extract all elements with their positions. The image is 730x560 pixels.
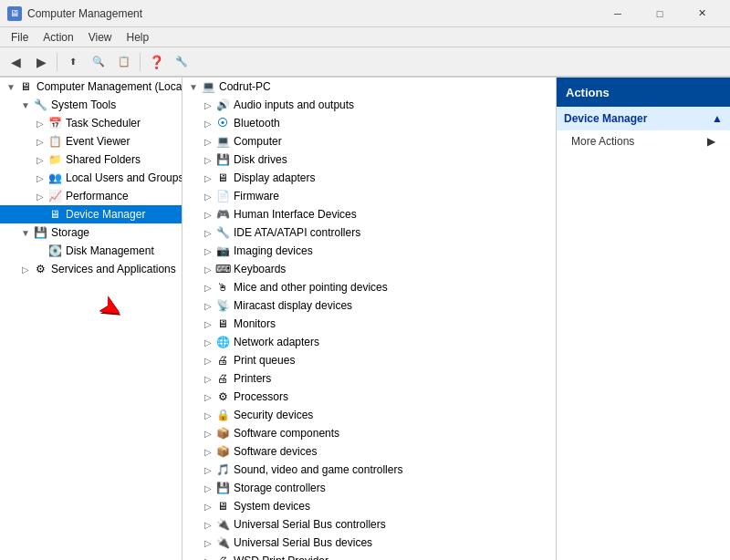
- toolbar-help[interactable]: ❓: [144, 51, 168, 73]
- menu-help[interactable]: Help: [120, 29, 157, 46]
- device-ide[interactable]: ▷ 🔧 IDE ATA/ATAPI controllers: [182, 223, 556, 242]
- toolbar-settings[interactable]: 🔧: [170, 51, 193, 73]
- left-shared-folders[interactable]: ▷ 📁 Shared Folders: [0, 150, 182, 169]
- device-usb-devices[interactable]: ▷ 🔌 Universal Serial Bus devices: [182, 534, 556, 552]
- miracast-expand: ▷: [201, 298, 215, 313]
- device-firmware[interactable]: ▷ 📄 Firmware: [182, 187, 556, 205]
- device-audio[interactable]: ▷ 🔊 Audio inputs and outputs: [182, 96, 556, 114]
- firmware-icon: 📄: [215, 189, 230, 203]
- sw-devices-expand: ▷: [201, 444, 215, 459]
- processors-expand: ▷: [201, 389, 215, 404]
- middle-root[interactable]: ▼ 💻 Codrut-PC: [182, 78, 556, 96]
- toolbar-forward[interactable]: ▶: [29, 51, 53, 73]
- device-print-queues[interactable]: ▷ 🖨 Print queues: [182, 351, 556, 369]
- close-button[interactable]: ✕: [681, 0, 723, 27]
- left-local-users[interactable]: ▷ 👥 Local Users and Groups: [0, 169, 182, 187]
- sound-video-expand: ▷: [201, 462, 215, 477]
- left-device-manager[interactable]: ▷ 🖥 Device Manager: [0, 205, 182, 223]
- device-monitors[interactable]: ▷ 🖥 Monitors: [182, 315, 556, 333]
- more-actions-link[interactable]: More Actions ▶: [557, 130, 730, 152]
- printers-expand: ▷: [201, 371, 215, 386]
- minimize-button[interactable]: ─: [597, 0, 639, 27]
- left-root[interactable]: ▼ 🖥 Computer Management (Local: [0, 78, 182, 96]
- device-security[interactable]: ▷ 🔒 Security devices: [182, 406, 556, 424]
- miracast-icon: 📡: [215, 298, 230, 313]
- firmware-expand: ▷: [201, 189, 215, 203]
- actions-header: Actions: [557, 78, 730, 107]
- left-disk-management[interactable]: ▷ 💽 Disk Management: [0, 242, 182, 260]
- local-users-expand: ▷: [33, 171, 47, 185]
- usb-ctrl-icon: 🔌: [215, 517, 230, 532]
- security-icon: 🔒: [215, 408, 230, 422]
- middle-root-expand: ▼: [186, 79, 201, 94]
- system-tools-icon: 🔧: [33, 98, 47, 112]
- storage-expand: ▼: [18, 225, 33, 240]
- device-system[interactable]: ▷ 🖥 System devices: [182, 497, 556, 515]
- toolbar-back[interactable]: ◀: [4, 51, 27, 73]
- ide-label: IDE ATA/ATAPI controllers: [234, 226, 360, 239]
- device-miracast[interactable]: ▷ 📡 Miracast display devices: [182, 296, 556, 315]
- device-manager-section-header[interactable]: Device Manager ▲: [557, 107, 730, 130]
- maximize-button[interactable]: □: [639, 0, 681, 27]
- left-performance[interactable]: ▷ 📈 Performance: [0, 187, 182, 205]
- left-event-viewer[interactable]: ▷ 📋 Event Viewer: [0, 132, 182, 150]
- device-sound-video[interactable]: ▷ 🎵 Sound, video and game controllers: [182, 461, 556, 479]
- event-viewer-icon: 📋: [47, 134, 62, 149]
- device-disk-drives[interactable]: ▷ 💾 Disk drives: [182, 150, 556, 169]
- sw-components-icon: 📦: [215, 426, 230, 441]
- device-usb-controllers[interactable]: ▷ 🔌 Universal Serial Bus controllers: [182, 515, 556, 534]
- mice-icon: 🖱: [215, 280, 230, 295]
- menu-action[interactable]: Action: [36, 29, 80, 46]
- storage-ctrl-icon: 💾: [215, 481, 230, 495]
- menu-view[interactable]: View: [81, 29, 120, 46]
- more-actions-arrow: ▶: [707, 135, 715, 148]
- menu-file[interactable]: File: [4, 29, 36, 46]
- device-mice[interactable]: ▷ 🖱 Mice and other pointing devices: [182, 278, 556, 296]
- services-apps-label: Services and Applications: [51, 263, 176, 275]
- left-storage[interactable]: ▼ 💾 Storage: [0, 223, 182, 242]
- device-hid[interactable]: ▷ 🎮 Human Interface Devices: [182, 205, 556, 223]
- device-bluetooth[interactable]: ▷ ⦿ Bluetooth: [182, 114, 556, 132]
- device-computer[interactable]: ▷ 💻 Computer: [182, 132, 556, 150]
- toolbar-search[interactable]: 🔍: [87, 51, 110, 73]
- device-printers[interactable]: ▷ 🖨 Printers: [182, 369, 556, 388]
- left-services-apps[interactable]: ▷ ⚙ Services and Applications: [0, 260, 182, 278]
- left-task-scheduler[interactable]: ▷ 📅 Task Scheduler: [0, 114, 182, 132]
- computer-icon: 💻: [215, 134, 230, 149]
- device-display[interactable]: ▷ 🖥 Display adapters: [182, 169, 556, 187]
- imaging-icon: 📷: [215, 244, 230, 258]
- device-keyboards[interactable]: ▷ ⌨ Keyboards: [182, 260, 556, 278]
- usb-ctrl-label: Universal Serial Bus controllers: [234, 518, 386, 531]
- mice-label: Mice and other pointing devices: [234, 281, 388, 294]
- audio-icon: 🔊: [215, 98, 230, 112]
- disk-management-icon: 💽: [47, 244, 62, 258]
- keyboards-expand: ▷: [201, 262, 215, 276]
- toolbar-up[interactable]: ⬆: [61, 51, 85, 73]
- display-label: Display adapters: [234, 171, 315, 184]
- network-expand: ▷: [201, 335, 215, 349]
- task-scheduler-label: Task Scheduler: [66, 117, 141, 130]
- title-bar: 🖥 Computer Management ─ □ ✕: [0, 0, 730, 27]
- device-storage-controllers[interactable]: ▷ 💾 Storage controllers: [182, 479, 556, 497]
- window-controls[interactable]: ─ □ ✕: [597, 0, 723, 27]
- device-wsd[interactable]: ▷ 🖨 WSD Print Provider: [182, 552, 556, 560]
- task-scheduler-icon: 📅: [47, 116, 62, 130]
- device-software-devices[interactable]: ▷ 📦 Software devices: [182, 442, 556, 461]
- sw-components-label: Software components: [234, 427, 339, 440]
- performance-icon: 📈: [47, 189, 62, 203]
- left-panel: ▼ 🖥 Computer Management (Local ▼ 🔧 Syste…: [0, 78, 182, 560]
- shared-folders-label: Shared Folders: [66, 153, 141, 166]
- security-label: Security devices: [234, 409, 313, 421]
- audio-expand: ▷: [201, 98, 215, 112]
- event-viewer-label: Event Viewer: [66, 135, 130, 148]
- device-network[interactable]: ▷ 🌐 Network adapters: [182, 333, 556, 351]
- device-processors[interactable]: ▷ ⚙ Processors: [182, 388, 556, 406]
- left-system-tools[interactable]: ▼ 🔧 System Tools: [0, 96, 182, 114]
- printers-icon: 🖨: [215, 371, 230, 386]
- device-imaging[interactable]: ▷ 📷 Imaging devices: [182, 242, 556, 260]
- menu-bar: File Action View Help: [0, 27, 730, 47]
- device-software-components[interactable]: ▷ 📦 Software components: [182, 424, 556, 442]
- ide-icon: 🔧: [215, 225, 230, 240]
- toolbar-copy[interactable]: 📋: [112, 51, 136, 73]
- main-container: ▼ 🖥 Computer Management (Local ▼ 🔧 Syste…: [0, 77, 730, 560]
